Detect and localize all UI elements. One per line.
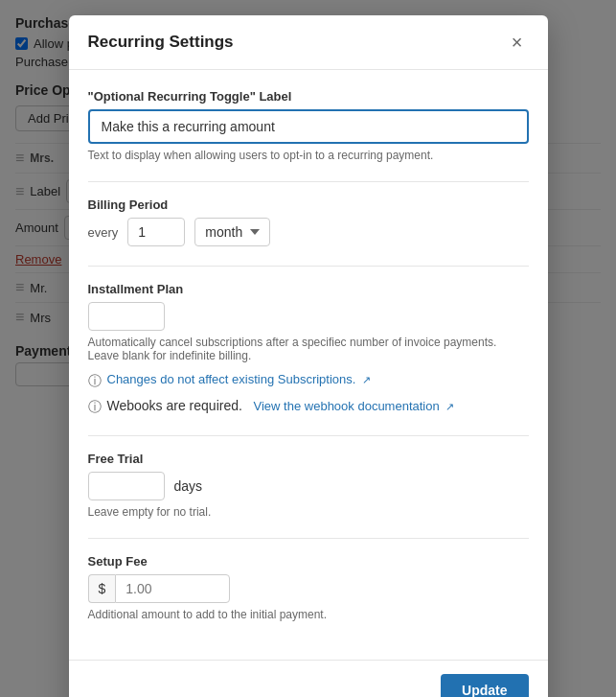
setup-fee-row: $ — [88, 574, 529, 603]
divider-2 — [88, 266, 529, 267]
divider-1 — [88, 181, 529, 182]
webhook-link-text: View the webhook documentation — [254, 399, 440, 413]
toggle-label-section: "Optional Recurring Toggle" Label Text t… — [88, 89, 529, 162]
dollar-prefix: $ — [88, 574, 116, 603]
days-label: days — [174, 478, 203, 494]
update-button[interactable]: Update — [441, 674, 528, 697]
billing-period-label: Billing Period — [88, 197, 529, 212]
webhook-prefix-text: Webooks are required. View the webhook d… — [107, 398, 455, 413]
installment-hint: Automatically cancel subscriptions after… — [88, 336, 529, 362]
toggle-label-input[interactable] — [88, 109, 529, 144]
modal-close-button[interactable]: × — [506, 31, 529, 54]
webhook-link-row: ⓘ Webooks are required. View the webhook… — [88, 398, 529, 416]
modal-title: Recurring Settings — [88, 33, 234, 52]
free-trial-row: days — [88, 472, 529, 500]
divider-3 — [88, 435, 529, 436]
webhook-link[interactable]: View the webhook documentation ↗ — [254, 399, 455, 413]
toggle-label-hint: Text to display when allowing users to o… — [88, 149, 529, 162]
billing-period-section: Billing Period every month week year day — [88, 197, 529, 246]
free-trial-label: Free Trial — [88, 452, 529, 466]
changes-link[interactable]: Changes do not affect existing Subscript… — [107, 372, 372, 386]
recurring-settings-modal: Recurring Settings × "Optional Recurring… — [69, 15, 548, 697]
help-icon-1: ⓘ — [88, 373, 102, 390]
installment-plan-label: Installment Plan — [88, 282, 529, 296]
installment-plan-input[interactable] — [88, 302, 165, 331]
every-label: every — [88, 225, 119, 240]
setup-fee-hint: Additional amount to add to the initial … — [88, 608, 529, 621]
external-icon-1: ↗ — [362, 374, 371, 385]
free-trial-section: Free Trial days Leave empty for no trial… — [88, 452, 529, 519]
billing-period-select[interactable]: month week year day — [194, 218, 270, 246]
modal-footer: Update — [69, 660, 548, 697]
setup-fee-label: Setup Fee — [88, 554, 529, 569]
free-trial-input[interactable] — [88, 472, 165, 500]
installment-plan-section: Installment Plan Automatically cancel su… — [88, 282, 529, 416]
changes-link-text: Changes do not affect existing Subscript… — [107, 372, 356, 386]
external-icon-2: ↗ — [445, 401, 454, 412]
modal-body: "Optional Recurring Toggle" Label Text t… — [69, 70, 548, 660]
billing-period-row: every month week year day — [88, 218, 529, 246]
setup-fee-input[interactable] — [115, 574, 230, 603]
toggle-label-field-label: "Optional Recurring Toggle" Label — [88, 89, 529, 104]
changes-link-row: ⓘ Changes do not affect existing Subscri… — [88, 372, 529, 390]
modal-header: Recurring Settings × — [69, 15, 548, 70]
setup-fee-section: Setup Fee $ Additional amount to add to … — [88, 554, 529, 621]
help-icon-2: ⓘ — [88, 399, 102, 416]
free-trial-hint: Leave empty for no trial. — [88, 505, 529, 519]
divider-4 — [88, 538, 529, 539]
billing-number-input[interactable] — [127, 218, 185, 246]
